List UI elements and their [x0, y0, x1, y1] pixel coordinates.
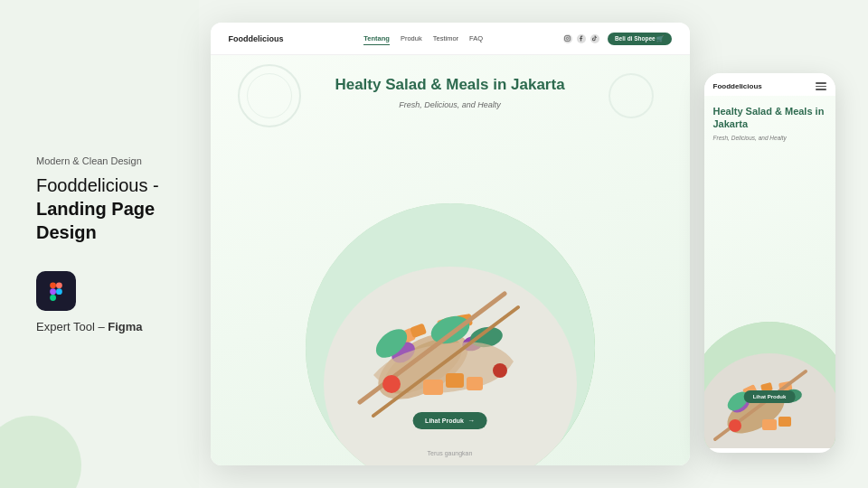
instagram-icon[interactable]	[563, 34, 572, 43]
figma-icon	[36, 271, 76, 311]
desktop-bottom-text: Terus gaungkan	[428, 450, 473, 456]
mobile-food-circle	[704, 322, 835, 448]
desktop-cta[interactable]: Beli di Shopee 🛒	[608, 33, 672, 45]
svg-rect-2	[50, 288, 56, 295]
desktop-brand: Fooddelicious	[229, 34, 284, 43]
svg-rect-0	[50, 282, 56, 288]
project-title: Fooddelicious - Landing Page Design	[36, 174, 163, 244]
tag-label: Modern & Clean Design	[36, 155, 163, 166]
tool-name: Figma	[108, 320, 142, 333]
main-area: Fooddelicious Tentang Produk Testimor FA…	[199, 0, 868, 488]
hero-blob-left	[238, 64, 301, 127]
desktop-nav-links: Tentang Produk Testimor FAQ	[363, 34, 483, 42]
mobile-hero: Healty Salad & Meals in Jakarta Fresh, D…	[704, 96, 835, 448]
svg-rect-3	[50, 295, 56, 301]
svg-rect-38	[762, 419, 777, 430]
svg-rect-1	[56, 282, 62, 288]
svg-rect-23	[423, 380, 443, 395]
left-panel: Modern & Clean Design Fooddelicious - La…	[0, 0, 199, 488]
mobile-navbar: Fooddelicious	[704, 73, 835, 96]
svg-point-4	[56, 288, 62, 295]
tool-label: Expert Tool – Figma	[36, 320, 163, 333]
desktop-navbar: Fooddelicious Tentang Produk Testimor FA…	[211, 23, 690, 55]
title-line2: Landing Page	[36, 199, 155, 219]
svg-rect-24	[446, 373, 464, 388]
svg-point-7	[569, 36, 570, 37]
nav-link-produk[interactable]: Produk	[401, 34, 422, 42]
svg-rect-25	[467, 377, 483, 390]
mobile-lihat-produk-button[interactable]: Lihat Produk	[744, 390, 796, 403]
svg-point-40	[729, 419, 741, 432]
title-line1: Fooddelicious -	[36, 175, 159, 195]
desktop-nav-icons: Beli di Shopee 🛒	[563, 33, 672, 45]
tiktok-icon[interactable]	[590, 34, 599, 43]
svg-point-27	[493, 363, 507, 378]
nav-link-tentang[interactable]: Tentang	[363, 34, 390, 42]
mobile-brand: Fooddelicious	[713, 82, 762, 90]
svg-rect-39	[778, 417, 791, 427]
desktop-hero-title: Healty Salad & Meals in Jakarta	[211, 75, 690, 95]
svg-point-26	[382, 375, 401, 393]
nav-link-faq[interactable]: FAQ	[469, 34, 483, 42]
svg-point-6	[567, 37, 569, 39]
mobile-mockup: Fooddelicious Healty Salad & Meals in Ja…	[704, 73, 835, 453]
mobile-hero-title: Healty Salad & Meals in Jakarta	[704, 96, 835, 135]
desktop-mockup: Fooddelicious Tentang Produk Testimor FA…	[211, 23, 690, 465]
svg-rect-5	[565, 36, 571, 42]
title-line3: Design	[36, 222, 97, 242]
desktop-hero: Healty Salad & Meals in Jakarta Fresh, D…	[211, 55, 690, 465]
desktop-hero-subtitle: Fresh, Delicious, and Healty	[211, 100, 690, 109]
hamburger-menu-icon[interactable]	[816, 82, 826, 90]
facebook-icon[interactable]	[577, 34, 586, 43]
nav-link-testimor[interactable]: Testimor	[433, 34, 458, 42]
mobile-hero-subtitle: Fresh, Delicious, and Healty	[704, 135, 835, 148]
decorative-blob	[0, 416, 81, 488]
desktop-lihat-produk-button[interactable]: Lihat Produk	[412, 412, 487, 429]
tool-prefix: Expert Tool –	[36, 320, 108, 333]
